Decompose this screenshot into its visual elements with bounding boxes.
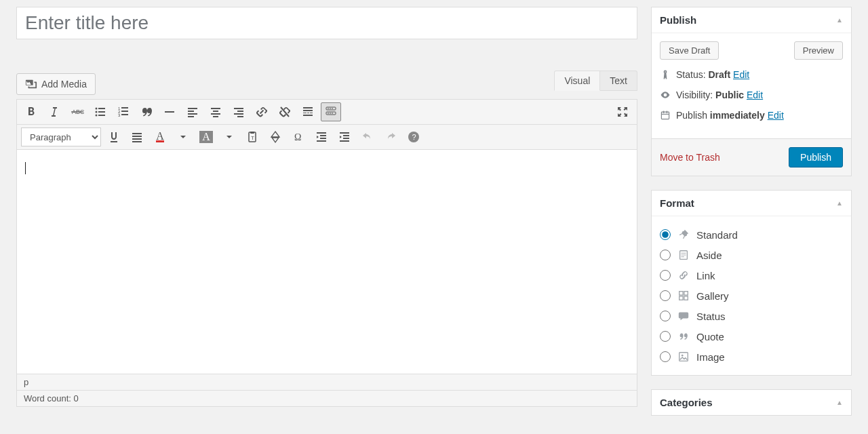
editor-content-area[interactable] — [17, 150, 637, 374]
strikethrough-button[interactable]: ABC — [67, 102, 87, 121]
svg-rect-33 — [310, 113, 313, 113]
horizontal-rule-button[interactable] — [159, 102, 180, 121]
text-caret — [25, 162, 26, 174]
format-option-image[interactable]: Image — [660, 347, 843, 367]
svg-text:?: ? — [412, 133, 416, 141]
svg-rect-57 — [343, 138, 349, 139]
svg-rect-22 — [213, 116, 218, 117]
insert-link-button[interactable] — [252, 102, 272, 121]
svg-rect-24 — [237, 111, 243, 112]
publish-button[interactable]: Publish — [789, 147, 843, 167]
svg-rect-72 — [684, 296, 688, 300]
svg-point-74 — [682, 355, 684, 357]
move-to-trash-link[interactable]: Move to Trash — [660, 152, 720, 163]
svg-rect-29 — [303, 107, 313, 108]
format-label: Aside — [696, 250, 722, 261]
svg-rect-41 — [330, 113, 331, 114]
toolbar-toggle-button[interactable] — [321, 102, 341, 121]
numbered-list-button[interactable]: 123 — [113, 102, 134, 121]
svg-rect-18 — [188, 116, 194, 117]
remove-link-button[interactable] — [275, 102, 295, 121]
preview-button[interactable]: Preview — [794, 41, 843, 60]
clear-formatting-button[interactable] — [265, 127, 285, 146]
format-option-link[interactable]: Link — [660, 265, 843, 285]
format-option-aside[interactable]: Aside — [660, 245, 843, 265]
key-icon — [660, 69, 671, 80]
align-right-button[interactable] — [229, 102, 249, 121]
paragraph-format-select[interactable]: Paragraph — [21, 127, 101, 146]
tab-text[interactable]: Text — [600, 71, 637, 91]
tab-visual[interactable]: Visual — [554, 71, 600, 91]
post-title-input[interactable] — [16, 7, 637, 39]
svg-rect-54 — [317, 140, 326, 142]
format-radio[interactable] — [660, 290, 671, 301]
align-left-button[interactable] — [182, 102, 203, 121]
categories-header[interactable]: Categories ▲ — [652, 390, 851, 415]
format-option-standard[interactable]: Standard — [660, 224, 843, 245]
format-option-gallery[interactable]: Gallery — [660, 285, 843, 306]
indent-button[interactable] — [334, 127, 355, 146]
paste-text-button[interactable]: T — [242, 127, 262, 146]
svg-rect-40 — [328, 113, 329, 114]
calendar-icon — [660, 110, 671, 121]
bold-button[interactable] — [21, 102, 41, 121]
svg-rect-30 — [303, 110, 313, 111]
edit-publish-date-link[interactable]: Edit — [768, 110, 784, 121]
undo-button[interactable] — [357, 127, 378, 146]
svg-rect-52 — [320, 135, 326, 136]
underline-button[interactable] — [104, 127, 124, 146]
blockquote-button[interactable] — [136, 102, 157, 121]
svg-rect-21 — [211, 113, 220, 115]
svg-text:3: 3 — [118, 113, 121, 117]
save-draft-button[interactable]: Save Draft — [660, 41, 719, 60]
categories-title: Categories — [660, 397, 713, 408]
insert-more-button[interactable] — [298, 102, 318, 121]
edit-status-link[interactable]: Edit — [733, 69, 749, 80]
format-header[interactable]: Format ▲ — [652, 191, 851, 216]
svg-rect-5 — [98, 111, 105, 113]
add-media-button[interactable]: Add Media — [16, 73, 96, 95]
svg-rect-53 — [320, 138, 326, 139]
svg-text:T: T — [251, 135, 254, 141]
help-button[interactable]: ? — [403, 127, 424, 146]
pushpin-icon — [677, 229, 690, 241]
format-label: Image — [696, 351, 725, 363]
format-radio[interactable] — [660, 311, 671, 321]
background-color-button[interactable]: A — [196, 127, 216, 146]
special-character-button[interactable]: Ω — [288, 127, 309, 146]
svg-rect-13 — [121, 114, 128, 115]
text-color-button[interactable]: A — [150, 127, 170, 146]
format-label: Link — [696, 270, 715, 281]
edit-visibility-link[interactable]: Edit — [747, 90, 763, 100]
svg-rect-48 — [250, 132, 254, 134]
quote-icon — [677, 330, 690, 342]
italic-button[interactable] — [44, 102, 64, 121]
format-option-quote[interactable]: Quote — [660, 326, 843, 347]
text-color-dropdown[interactable] — [173, 127, 193, 146]
redo-button[interactable] — [380, 127, 401, 146]
format-label: Standard — [696, 229, 738, 241]
format-radio[interactable] — [660, 229, 671, 240]
format-radio[interactable] — [660, 270, 671, 281]
format-radio[interactable] — [660, 250, 671, 260]
format-radio[interactable] — [660, 351, 671, 362]
format-radio[interactable] — [660, 331, 671, 342]
align-justify-button[interactable] — [127, 127, 147, 146]
background-color-dropdown[interactable] — [219, 127, 239, 146]
visibility-value: Public — [715, 90, 744, 100]
format-label: Status — [696, 311, 726, 322]
align-center-button[interactable] — [205, 102, 226, 121]
toolbar-row-2: Paragraph A A T Ω ? — [17, 125, 637, 150]
svg-rect-71 — [679, 296, 683, 300]
svg-point-6 — [96, 115, 98, 117]
svg-rect-27 — [260, 110, 264, 114]
format-option-status[interactable]: Status — [660, 306, 843, 326]
bullet-list-button[interactable] — [90, 102, 111, 121]
svg-rect-64 — [667, 111, 668, 113]
eye-icon — [660, 90, 671, 100]
svg-rect-70 — [684, 292, 688, 295]
fullscreen-button[interactable] — [612, 102, 633, 121]
publish-header[interactable]: Publish ▲ — [652, 7, 851, 33]
link-icon — [677, 269, 690, 281]
outdent-button[interactable] — [311, 127, 332, 146]
